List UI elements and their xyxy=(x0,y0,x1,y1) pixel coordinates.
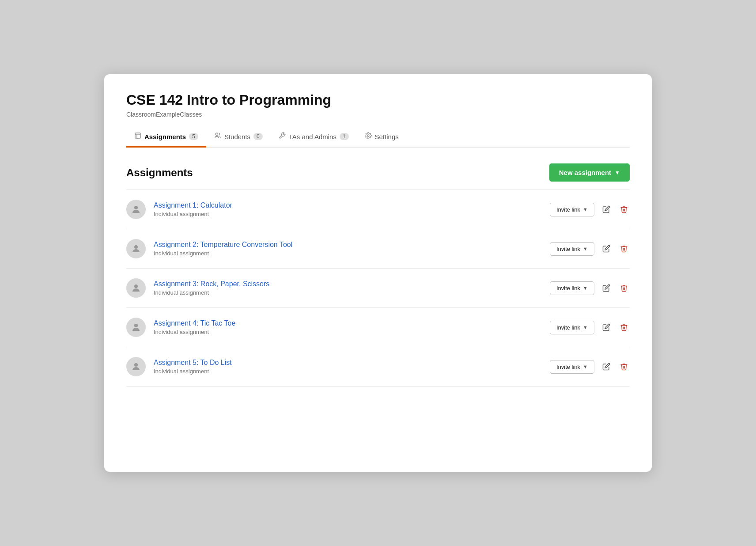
svg-point-3 xyxy=(215,133,218,135)
row-actions: Invite link ▼ xyxy=(550,203,630,216)
tas-icon xyxy=(279,132,286,141)
assignment-name[interactable]: Assignment 1: Calculator xyxy=(154,201,232,209)
svg-point-8 xyxy=(134,324,138,327)
table-row: Assignment 3: Rock, Paper, Scissors Indi… xyxy=(126,269,630,308)
assignment-type: Individual assignment xyxy=(154,329,542,335)
chevron-down-icon: ▼ xyxy=(615,170,620,176)
invite-link-label: Invite link xyxy=(556,324,580,331)
chevron-down-icon: ▼ xyxy=(583,285,588,291)
table-row: Assignment 5: To Do List Individual assi… xyxy=(126,347,630,387)
svg-point-7 xyxy=(134,284,138,288)
edit-button[interactable] xyxy=(601,361,612,372)
tab-bar: Assignments 5 Students 0 TAs and Admins … xyxy=(126,128,630,148)
new-assignment-label: New assignment xyxy=(559,169,611,176)
assignment-name[interactable]: Assignment 3: Rock, Paper, Scissors xyxy=(154,280,269,288)
row-actions: Invite link ▼ xyxy=(550,360,630,374)
assignment-type: Individual assignment xyxy=(154,211,542,217)
assignment-type: Individual assignment xyxy=(154,368,542,375)
svg-rect-0 xyxy=(135,133,140,138)
settings-icon xyxy=(365,132,372,141)
tab-settings[interactable]: Settings xyxy=(357,128,407,148)
assignment-type: Individual assignment xyxy=(154,250,542,257)
row-actions: Invite link ▼ xyxy=(550,281,630,295)
delete-button[interactable] xyxy=(618,282,630,294)
assignment-name[interactable]: Assignment 4: Tic Tac Toe xyxy=(154,319,235,327)
svg-point-9 xyxy=(134,363,138,367)
assignment-info: Assignment 1: Calculator Individual assi… xyxy=(154,201,542,217)
tab-assignments[interactable]: Assignments 5 xyxy=(126,128,206,148)
assignment-name[interactable]: Assignment 5: To Do List xyxy=(154,359,232,366)
invite-link-label: Invite link xyxy=(556,285,580,292)
chevron-down-icon: ▼ xyxy=(583,325,588,330)
avatar xyxy=(126,200,146,219)
invite-link-label: Invite link xyxy=(556,206,580,213)
chevron-down-icon: ▼ xyxy=(583,246,588,251)
main-window: CSE 142 Intro to Programming ClassroomEx… xyxy=(104,74,652,472)
edit-button[interactable] xyxy=(601,243,612,254)
new-assignment-button[interactable]: New assignment ▼ xyxy=(549,163,630,182)
course-title: CSE 142 Intro to Programming xyxy=(126,92,630,108)
assignment-icon xyxy=(134,132,141,141)
course-subtitle: ClassroomExampleClasses xyxy=(126,111,630,118)
tab-settings-label: Settings xyxy=(375,133,399,140)
svg-point-6 xyxy=(134,245,138,249)
avatar xyxy=(126,239,146,258)
delete-button[interactable] xyxy=(618,243,630,254)
invite-link-button[interactable]: Invite link ▼ xyxy=(550,242,594,256)
avatar xyxy=(126,278,146,298)
table-row: Assignment 4: Tic Tac Toe Individual ass… xyxy=(126,308,630,347)
tab-assignments-badge: 5 xyxy=(189,133,198,140)
chevron-down-icon: ▼ xyxy=(583,364,588,369)
delete-button[interactable] xyxy=(618,361,630,372)
row-actions: Invite link ▼ xyxy=(550,321,630,334)
assignment-info: Assignment 5: To Do List Individual assi… xyxy=(154,359,542,375)
section-header: Assignments New assignment ▼ xyxy=(126,163,630,182)
table-row: Assignment 1: Calculator Individual assi… xyxy=(126,190,630,229)
avatar xyxy=(126,357,146,376)
edit-button[interactable] xyxy=(601,322,612,333)
delete-button[interactable] xyxy=(618,322,630,333)
edit-button[interactable] xyxy=(601,204,612,215)
invite-link-button[interactable]: Invite link ▼ xyxy=(550,321,594,334)
invite-link-button[interactable]: Invite link ▼ xyxy=(550,281,594,295)
invite-link-label: Invite link xyxy=(556,246,580,252)
row-actions: Invite link ▼ xyxy=(550,242,630,256)
assignment-info: Assignment 3: Rock, Paper, Scissors Indi… xyxy=(154,280,542,296)
assignment-info: Assignment 4: Tic Tac Toe Individual ass… xyxy=(154,319,542,335)
delete-button[interactable] xyxy=(618,204,630,215)
assignments-list: Assignment 1: Calculator Individual assi… xyxy=(126,190,630,387)
tab-tas-admins-label: TAs and Admins xyxy=(289,133,336,140)
assignment-type: Individual assignment xyxy=(154,289,542,296)
invite-link-label: Invite link xyxy=(556,364,580,370)
tab-students-badge: 0 xyxy=(253,133,263,140)
tab-tas-admins-badge: 1 xyxy=(340,133,349,140)
invite-link-button[interactable]: Invite link ▼ xyxy=(550,360,594,374)
invite-link-button[interactable]: Invite link ▼ xyxy=(550,203,594,216)
tab-tas-admins[interactable]: TAs and Admins 1 xyxy=(271,128,357,148)
svg-point-5 xyxy=(134,206,138,209)
tab-assignments-label: Assignments xyxy=(144,133,186,140)
svg-point-4 xyxy=(367,135,369,136)
students-icon xyxy=(214,132,221,141)
tab-students-label: Students xyxy=(224,133,250,140)
avatar xyxy=(126,318,146,337)
tab-students[interactable]: Students 0 xyxy=(206,128,271,148)
edit-button[interactable] xyxy=(601,282,612,294)
chevron-down-icon: ▼ xyxy=(583,207,588,212)
assignment-name[interactable]: Assignment 2: Temperature Conversion Too… xyxy=(154,241,292,248)
assignment-info: Assignment 2: Temperature Conversion Too… xyxy=(154,241,542,257)
section-title: Assignments xyxy=(126,167,193,179)
table-row: Assignment 2: Temperature Conversion Too… xyxy=(126,229,630,269)
